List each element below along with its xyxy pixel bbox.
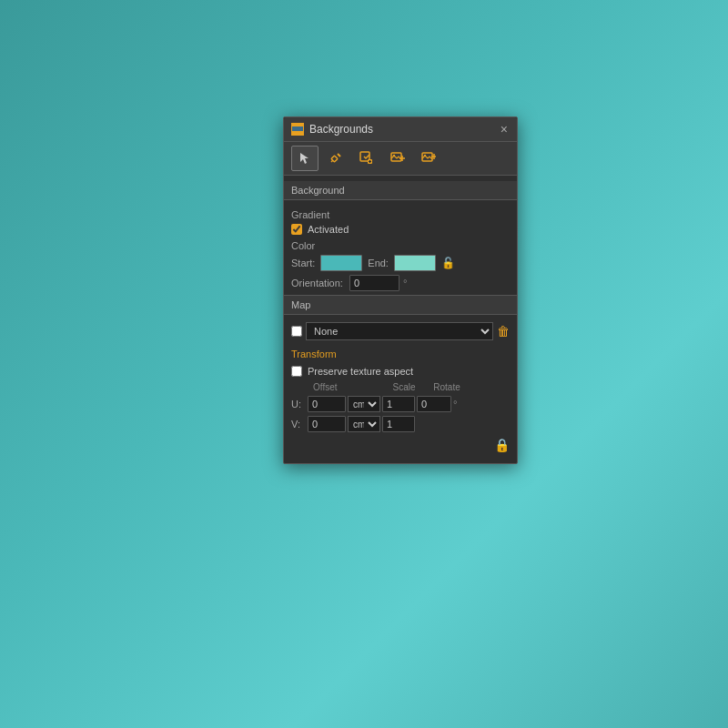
edit-tool-button[interactable] [353, 146, 380, 171]
transform-group: Preserve texture aspect [284, 362, 517, 380]
add-image-tool-button[interactable] [384, 146, 411, 171]
map-group: None 🗑 [284, 318, 517, 344]
bottom-lock-row: 🔒 [284, 434, 517, 458]
close-button[interactable]: × [499, 123, 510, 136]
svg-point-16 [424, 155, 426, 157]
u-row: U: cm mm in ° [284, 394, 517, 414]
u-rotate-input[interactable] [417, 396, 451, 412]
preserve-texture-row: Preserve texture aspect [291, 364, 510, 379]
color-lock-icon[interactable]: 🔓 [441, 257, 455, 269]
eyedropper-tool-button[interactable] [322, 146, 349, 171]
svg-rect-1 [292, 124, 303, 126]
v-offset-input[interactable] [308, 416, 346, 432]
svg-rect-2 [292, 126, 303, 131]
end-color-swatch[interactable] [394, 255, 436, 271]
title-bar: Backgrounds × [284, 117, 517, 142]
map-dropdown[interactable]: None [306, 322, 493, 340]
add-image2-tool-button[interactable] [415, 146, 442, 171]
u-offset-input[interactable] [308, 396, 346, 412]
orientation-row: Orientation: ° [291, 273, 510, 293]
scale-header: Scale [386, 382, 422, 392]
color-row: Start: End: 🔓 [291, 253, 510, 273]
svg-line-4 [338, 154, 340, 157]
u-label: U: [291, 399, 306, 410]
rotate-header: Rotate [424, 382, 470, 392]
end-label: End: [368, 258, 389, 268]
map-checkbox[interactable] [291, 326, 302, 337]
background-section-header: Background [284, 181, 517, 200]
start-label: Start: [291, 258, 315, 268]
orientation-input[interactable] [349, 275, 399, 291]
u-scale-input[interactable] [382, 396, 415, 412]
svg-line-6 [331, 160, 333, 162]
v-row: V: cm mm in [284, 414, 517, 434]
u-rotate-degree: ° [453, 399, 457, 410]
svg-marker-3 [300, 153, 308, 164]
dialog-title: Backgrounds [309, 123, 373, 136]
v-label: V: [291, 419, 306, 430]
orientation-degree: ° [403, 278, 407, 288]
toolbar [284, 142, 517, 176]
transform-lock-icon[interactable]: 🔒 [494, 438, 510, 452]
activated-row: Activated [291, 222, 510, 237]
background-label: Background [291, 185, 345, 196]
offset-header: Offset [309, 382, 384, 392]
transform-cols-header: Offset Scale Rotate [284, 380, 517, 394]
color-label: Color [291, 240, 510, 251]
select-tool-button[interactable] [291, 146, 318, 171]
transform-header: Transform [284, 344, 517, 362]
dialog-icon [291, 123, 304, 136]
u-unit-select[interactable]: cm mm in [348, 396, 380, 412]
map-label: Map [291, 299, 310, 310]
preserve-texture-checkbox[interactable] [291, 366, 302, 377]
svg-point-12 [393, 155, 395, 157]
transform-label: Transform [291, 349, 337, 359]
preserve-texture-label: Preserve texture aspect [308, 366, 413, 377]
dialog-content: Background Gradient Activated Color Star… [284, 176, 517, 463]
title-bar-left: Backgrounds [291, 123, 373, 136]
gradient-group: Gradient Activated Color Start: End: 🔓 O… [284, 204, 517, 295]
v-unit-select[interactable]: cm mm in [348, 416, 380, 432]
map-row: None 🗑 [291, 320, 510, 342]
activated-checkbox[interactable] [291, 224, 302, 235]
map-section-header: Map [284, 295, 517, 315]
orientation-label: Orientation: [291, 278, 346, 288]
backgrounds-dialog: Backgrounds × [283, 116, 518, 464]
activated-label: Activated [308, 224, 349, 235]
start-color-swatch[interactable] [320, 255, 362, 271]
trash-icon[interactable]: 🗑 [497, 324, 510, 339]
v-scale-input[interactable] [382, 416, 415, 432]
gradient-label: Gradient [291, 209, 510, 220]
